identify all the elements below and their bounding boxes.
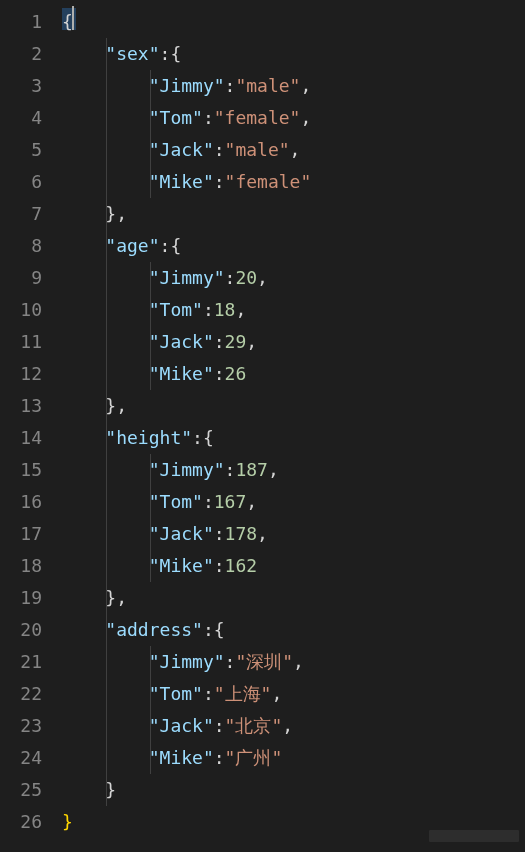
line-number: 18	[8, 550, 42, 582]
code-line[interactable]: "Tom":18,	[62, 294, 525, 326]
code-line[interactable]: "sex":{	[62, 38, 525, 70]
line-number: 8	[8, 230, 42, 262]
code-area[interactable]: { "sex":{ "Jimmy":"male", "Tom":"female"…	[54, 0, 525, 852]
json-number: 162	[225, 555, 258, 576]
line-number: 12	[8, 358, 42, 390]
code-line[interactable]: "Jack":"male",	[62, 134, 525, 166]
code-line[interactable]: "height":{	[62, 422, 525, 454]
json-key: "Jimmy"	[149, 459, 225, 480]
json-key: "Jimmy"	[149, 651, 225, 672]
minimap-scrollbar[interactable]	[429, 830, 519, 842]
line-number: 15	[8, 454, 42, 486]
json-key: "Jimmy"	[149, 267, 225, 288]
json-key: "Mike"	[149, 363, 214, 384]
json-key: "Tom"	[149, 107, 203, 128]
line-number: 10	[8, 294, 42, 326]
code-line[interactable]: {	[62, 6, 525, 38]
line-number: 2	[8, 38, 42, 70]
code-line[interactable]: }	[62, 774, 525, 806]
json-key: "Jack"	[149, 331, 214, 352]
json-string: "male"	[225, 139, 290, 160]
line-number: 7	[8, 198, 42, 230]
line-number: 22	[8, 678, 42, 710]
line-number: 13	[8, 390, 42, 422]
code-line[interactable]: "Tom":"上海",	[62, 678, 525, 710]
json-key: "age"	[105, 235, 159, 256]
json-number: 29	[225, 331, 247, 352]
code-line[interactable]: "Jack":178,	[62, 518, 525, 550]
line-number: 16	[8, 486, 42, 518]
open-brace: {	[62, 11, 73, 32]
line-number: 25	[8, 774, 42, 806]
json-string: "上海"	[214, 683, 272, 704]
line-number: 11	[8, 326, 42, 358]
json-key: "Jack"	[149, 715, 214, 736]
code-line[interactable]: "age":{	[62, 230, 525, 262]
json-number: 18	[214, 299, 236, 320]
line-number: 24	[8, 742, 42, 774]
json-key: "Mike"	[149, 555, 214, 576]
line-number: 1	[8, 6, 42, 38]
code-line[interactable]: "Mike":"广州"	[62, 742, 525, 774]
code-line[interactable]: "Mike":"female"	[62, 166, 525, 198]
code-line[interactable]: "address":{	[62, 614, 525, 646]
json-key: "Tom"	[149, 491, 203, 512]
line-number-gutter: 1 2 3 4 5 6 7 8 9 10 11 12 13 14 15 16 1…	[0, 0, 54, 852]
code-line[interactable]: "Jack":29,	[62, 326, 525, 358]
json-string: "male"	[235, 75, 300, 96]
code-line[interactable]: "Tom":"female",	[62, 102, 525, 134]
close-brace: }	[62, 811, 73, 832]
json-key: "Mike"	[149, 747, 214, 768]
line-number: 21	[8, 646, 42, 678]
line-number: 9	[8, 262, 42, 294]
code-line[interactable]: },	[62, 390, 525, 422]
line-number: 5	[8, 134, 42, 166]
json-key: "height"	[105, 427, 192, 448]
code-line[interactable]: "Tom":167,	[62, 486, 525, 518]
line-number: 14	[8, 422, 42, 454]
json-string: "female"	[214, 107, 301, 128]
json-key: "Jack"	[149, 523, 214, 544]
line-number: 23	[8, 710, 42, 742]
code-line[interactable]: "Jimmy":20,	[62, 262, 525, 294]
line-number: 4	[8, 102, 42, 134]
line-number: 6	[8, 166, 42, 198]
line-number: 3	[8, 70, 42, 102]
line-number: 19	[8, 582, 42, 614]
json-string: "female"	[225, 171, 312, 192]
line-number: 26	[8, 806, 42, 838]
line-number: 20	[8, 614, 42, 646]
json-string: "北京"	[225, 715, 283, 736]
json-key: "Tom"	[149, 299, 203, 320]
code-line[interactable]: "Jimmy":187,	[62, 454, 525, 486]
json-number: 20	[235, 267, 257, 288]
json-key: "address"	[105, 619, 203, 640]
json-string: "广州"	[225, 747, 283, 768]
json-key: "Mike"	[149, 171, 214, 192]
json-key: "Jack"	[149, 139, 214, 160]
code-line[interactable]: },	[62, 582, 525, 614]
json-number: 26	[225, 363, 247, 384]
json-number: 178	[225, 523, 258, 544]
json-number: 187	[235, 459, 268, 480]
line-number: 17	[8, 518, 42, 550]
code-line[interactable]: "Jimmy":"male",	[62, 70, 525, 102]
json-key: "Jimmy"	[149, 75, 225, 96]
code-line[interactable]: },	[62, 198, 525, 230]
code-line[interactable]: "Jimmy":"深圳",	[62, 646, 525, 678]
code-line[interactable]: "Jack":"北京",	[62, 710, 525, 742]
json-string: "深圳"	[235, 651, 293, 672]
json-key: "Tom"	[149, 683, 203, 704]
json-key: "sex"	[105, 43, 159, 64]
code-editor[interactable]: 1 2 3 4 5 6 7 8 9 10 11 12 13 14 15 16 1…	[0, 0, 525, 852]
code-line[interactable]: "Mike":26	[62, 358, 525, 390]
code-line[interactable]: "Mike":162	[62, 550, 525, 582]
json-number: 167	[214, 491, 247, 512]
